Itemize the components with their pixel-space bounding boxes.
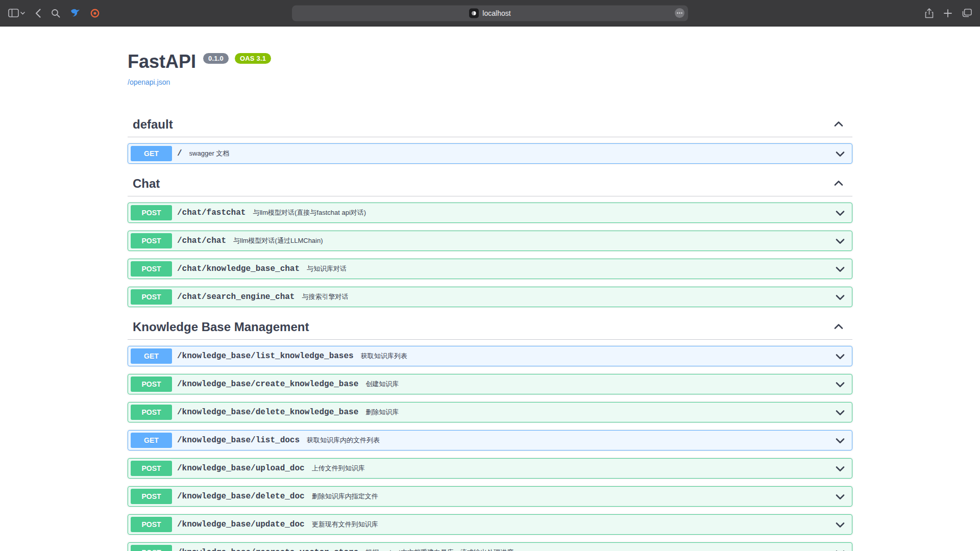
operation-row[interactable]: POST/knowledge_base/update_doc更新现有文件到知识库 bbox=[128, 514, 852, 535]
version-badge: 0.1.0 bbox=[203, 53, 229, 64]
chevron-down-icon bbox=[20, 12, 25, 15]
chevron-down-icon bbox=[835, 207, 846, 218]
api-title: FastAPI 0.1.0 OAS 3.1 bbox=[128, 51, 852, 72]
tab-overview-icon bbox=[962, 9, 972, 17]
operation-description: swagger 文档 bbox=[189, 149, 230, 158]
back-button[interactable] bbox=[35, 9, 41, 18]
search-icon bbox=[51, 9, 60, 18]
chevron-up-icon bbox=[833, 178, 844, 189]
api-section: Knowledge Base ManagementGET/knowledge_b… bbox=[128, 315, 852, 551]
operation-row[interactable]: GET/knowledge_base/list_docs获取知识库内的文件列表 bbox=[128, 430, 852, 450]
section-header[interactable]: default bbox=[128, 112, 852, 137]
operation-path: / bbox=[177, 149, 182, 158]
api-title-text: FastAPI bbox=[128, 51, 196, 72]
page-menu-button[interactable] bbox=[675, 8, 684, 18]
expand-operation-button[interactable] bbox=[835, 263, 846, 274]
expand-operation-button[interactable] bbox=[835, 207, 846, 218]
operation-row[interactable]: POST/knowledge_base/delete_knowledge_bas… bbox=[128, 402, 852, 422]
chevron-down-icon bbox=[835, 263, 846, 274]
collapse-section-button[interactable] bbox=[833, 321, 844, 333]
api-info: FastAPI 0.1.0 OAS 3.1 /openapi.json bbox=[128, 51, 852, 87]
swagger-page: FastAPI 0.1.0 OAS 3.1 /openapi.json defa… bbox=[0, 27, 980, 551]
section-header[interactable]: Knowledge Base Management bbox=[128, 315, 852, 340]
ellipsis-icon bbox=[677, 12, 682, 14]
url-text: localhost bbox=[482, 9, 510, 17]
method-badge: POST bbox=[131, 205, 172, 220]
operation-description: 创建知识库 bbox=[365, 380, 399, 389]
toolbar-left-group bbox=[8, 9, 100, 18]
operation-row[interactable]: GET/swagger 文档 bbox=[128, 143, 852, 164]
operation-path: /knowledge_base/update_doc bbox=[177, 520, 305, 529]
toolbar-right-group bbox=[925, 8, 972, 18]
method-badge: GET bbox=[131, 348, 172, 364]
chevron-up-icon bbox=[833, 119, 844, 130]
expand-operation-button[interactable] bbox=[835, 407, 846, 418]
operation-description: 根据content中文档重建向量库，流式输出处理进度。 bbox=[365, 548, 520, 551]
expand-operation-button[interactable] bbox=[835, 379, 846, 390]
method-badge: POST bbox=[131, 377, 172, 392]
expand-operation-button[interactable] bbox=[835, 463, 846, 474]
browser-toolbar: localhost bbox=[0, 0, 980, 27]
expand-operation-button[interactable] bbox=[835, 435, 846, 446]
operation-path: /chat/chat bbox=[177, 236, 226, 245]
chevron-down-icon bbox=[835, 148, 846, 159]
section-title: Chat bbox=[133, 177, 160, 191]
chevron-down-icon bbox=[835, 235, 846, 246]
operation-description: 更新现有文件到知识库 bbox=[312, 520, 378, 529]
expand-operation-button[interactable] bbox=[835, 350, 846, 362]
expand-operation-button[interactable] bbox=[835, 519, 846, 530]
method-badge: POST bbox=[131, 517, 172, 532]
expand-operation-button[interactable] bbox=[835, 235, 846, 246]
expand-operation-button[interactable] bbox=[835, 148, 846, 159]
method-badge: POST bbox=[131, 405, 172, 420]
sidebar-toggle-button[interactable] bbox=[8, 9, 19, 17]
new-tab-button[interactable] bbox=[944, 9, 952, 17]
operation-row[interactable]: POST/knowledge_base/delete_doc删除知识库内指定文件 bbox=[128, 486, 852, 507]
openapi-json-link[interactable]: /openapi.json bbox=[128, 78, 170, 86]
operation-description: 与llm模型对话(通过LLMChain) bbox=[233, 236, 323, 245]
method-badge: POST bbox=[131, 545, 172, 551]
chevron-down-icon bbox=[835, 435, 846, 446]
method-badge: POST bbox=[131, 461, 172, 476]
operation-row[interactable]: POST/knowledge_base/upload_doc上传文件到知识库 bbox=[128, 458, 852, 479]
chevron-down-icon bbox=[835, 491, 846, 502]
chevron-down-icon bbox=[835, 407, 846, 418]
operation-path: /chat/search_engine_chat bbox=[177, 292, 295, 302]
plus-icon bbox=[944, 9, 952, 17]
api-section: defaultGET/swagger 文档 bbox=[128, 112, 852, 164]
method-badge: GET bbox=[131, 433, 172, 448]
operation-description: 上传文件到知识库 bbox=[312, 464, 365, 473]
bird-extension-button[interactable] bbox=[70, 9, 80, 17]
expand-operation-button[interactable] bbox=[835, 547, 846, 551]
method-badge: GET bbox=[131, 146, 172, 161]
operation-row[interactable]: POST/chat/chat与llm模型对话(通过LLMChain) bbox=[128, 231, 852, 251]
address-bar[interactable]: localhost bbox=[292, 5, 688, 21]
operation-path: /chat/knowledge_base_chat bbox=[177, 264, 300, 273]
expand-operation-button[interactable] bbox=[835, 491, 846, 502]
operation-description: 与llm模型对话(直接与fastchat api对话) bbox=[253, 208, 366, 217]
operation-row[interactable]: POST/knowledge_base/create_knowledge_bas… bbox=[128, 374, 852, 394]
operation-row[interactable]: GET/knowledge_base/list_knowledge_bases获… bbox=[128, 346, 852, 366]
operation-row[interactable]: POST/chat/fastchat与llm模型对话(直接与fastchat a… bbox=[128, 203, 852, 223]
operation-row[interactable]: POST/chat/knowledge_base_chat与知识库对话 bbox=[128, 259, 852, 279]
sidebar-menu-button[interactable] bbox=[20, 12, 25, 15]
collapse-section-button[interactable] bbox=[833, 178, 844, 189]
operation-path: /knowledge_base/list_knowledge_bases bbox=[177, 352, 354, 361]
section-header[interactable]: Chat bbox=[128, 171, 852, 196]
collapse-section-button[interactable] bbox=[833, 119, 844, 130]
chevron-up-icon bbox=[833, 321, 844, 333]
sidebar-icon bbox=[8, 9, 19, 17]
operation-description: 获取知识库内的文件列表 bbox=[307, 436, 380, 445]
operation-row[interactable]: POST/chat/search_engine_chat与搜索引擎对话 bbox=[128, 287, 852, 307]
operation-row[interactable]: POST/knowledge_base/recreate_vector_stor… bbox=[128, 542, 852, 551]
expand-operation-button[interactable] bbox=[835, 291, 846, 303]
operation-description: 删除知识库 bbox=[365, 408, 399, 417]
search-button[interactable] bbox=[51, 9, 60, 18]
share-button[interactable] bbox=[925, 8, 934, 18]
operation-path: /knowledge_base/recreate_vector_store bbox=[177, 548, 358, 551]
chevron-left-icon bbox=[35, 9, 41, 18]
record-extension-button[interactable] bbox=[90, 9, 100, 18]
operation-path: /knowledge_base/list_docs bbox=[177, 436, 300, 445]
tab-overview-button[interactable] bbox=[962, 9, 972, 17]
chevron-down-icon bbox=[835, 547, 846, 551]
